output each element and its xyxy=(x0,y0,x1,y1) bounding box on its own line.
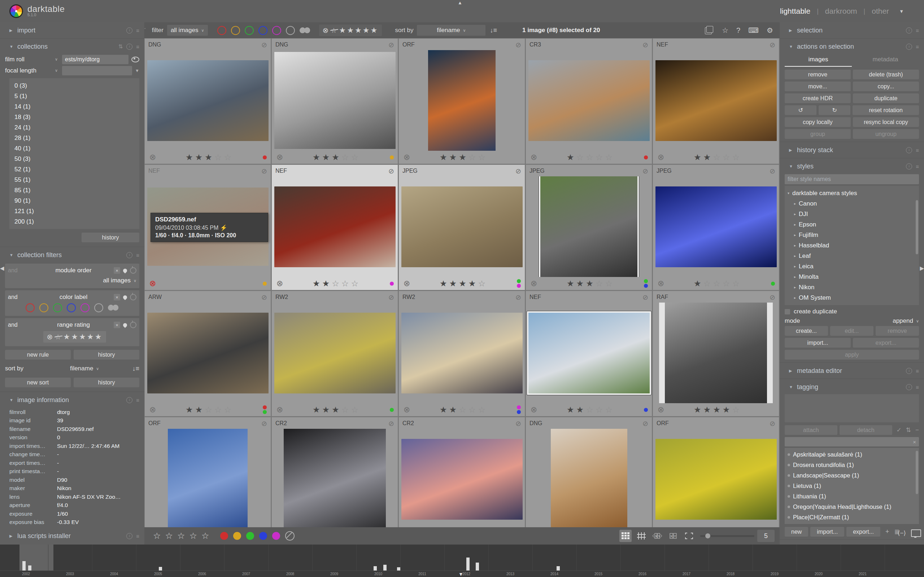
culling-dynamic-icon[interactable]: XY xyxy=(651,530,663,542)
color-label-yellow[interactable] xyxy=(263,282,267,285)
group-icon[interactable]: ⊘ xyxy=(261,419,267,428)
thumbnail-rating[interactable]: ★★☆☆☆ xyxy=(284,279,389,288)
tagging-header[interactable]: ▼ tagging i≡ xyxy=(780,380,924,393)
reject-icon[interactable]: ⊗ xyxy=(657,405,665,414)
new-sort-button[interactable]: new sort xyxy=(5,377,71,387)
thumbnail-rating[interactable]: ★★★☆☆ xyxy=(157,153,262,162)
reject-icon[interactable]: ⊗ xyxy=(402,405,411,414)
color-filter-purple[interactable] xyxy=(272,26,281,35)
filemanager-view-icon[interactable] xyxy=(619,530,632,542)
info-icon[interactable]: i xyxy=(906,163,912,169)
group-icon[interactable]: ⊘ xyxy=(261,167,267,175)
sort-icon[interactable]: ⇅ xyxy=(906,426,911,434)
presets-icon[interactable]: ≡ xyxy=(136,397,139,403)
info-icon[interactable]: i xyxy=(126,397,132,403)
color-label-blue[interactable] xyxy=(644,284,648,288)
focal-length-item[interactable]: 85 (1) xyxy=(15,185,139,195)
filter-scope-dropdown[interactable]: all images ∨ xyxy=(167,25,208,36)
color-label-button-1[interactable] xyxy=(220,532,228,540)
clear-icon[interactable]: × xyxy=(910,439,919,445)
info-icon[interactable]: i xyxy=(906,44,912,50)
color-filter-blue[interactable] xyxy=(258,26,267,35)
thumbnail-rating[interactable]: ★★☆☆☆ xyxy=(157,405,262,415)
thumbnail-4[interactable]: CR3⊘⊗★☆☆☆☆ xyxy=(525,38,652,164)
color-filter-purple[interactable] xyxy=(81,303,89,312)
color-label-blue[interactable] xyxy=(644,408,648,412)
thumbnail-size-slider[interactable] xyxy=(700,535,754,537)
presets-icon[interactable]: ≡ xyxy=(916,163,919,169)
color-label-button-5[interactable] xyxy=(272,532,280,540)
rule-operator[interactable]: and xyxy=(8,294,33,300)
mode-dropdown[interactable]: append ∨ xyxy=(893,318,919,324)
remove-rule-icon[interactable]: × xyxy=(114,294,120,300)
rating-star-5[interactable]: ☆ xyxy=(201,531,209,541)
focal-length-item[interactable]: 24 (1) xyxy=(15,122,139,133)
color-label-green[interactable] xyxy=(390,408,394,412)
thumbnails-per-row-value[interactable]: 5 xyxy=(757,530,775,542)
style-item-Nikon[interactable]: ▸Nikon xyxy=(788,282,916,292)
move--button[interactable]: move... xyxy=(785,82,851,91)
presets-icon[interactable]: ≡ xyxy=(916,27,919,34)
view-tab-darkroom[interactable]: darkroom xyxy=(825,7,857,16)
view-tab-other[interactable]: other xyxy=(872,7,889,16)
style-item-Hasselblad[interactable]: ▸Hasselblad xyxy=(788,240,916,251)
collapse-right-panel-handle[interactable]: ▶ xyxy=(920,265,924,272)
presets-icon[interactable]: ≡ xyxy=(136,27,139,34)
focal-length-item[interactable]: 18 (3) xyxy=(15,112,139,122)
color-label-green[interactable] xyxy=(771,282,775,285)
chevron-down-icon[interactable]: ▼ xyxy=(135,68,139,73)
color-label-red[interactable] xyxy=(644,155,648,160)
thumbnail-2[interactable]: DNG⊘⊗★★★☆☆ xyxy=(271,38,398,164)
color-label-yellow[interactable] xyxy=(390,155,394,160)
info-icon[interactable]: i xyxy=(126,252,132,258)
group-icon[interactable]: ⊘ xyxy=(261,293,267,301)
presets-icon[interactable]: ≡ xyxy=(916,44,919,50)
thumbnail-20[interactable]: ORF⊘⊗ xyxy=(653,417,779,527)
color-filter-red[interactable] xyxy=(217,26,226,35)
group-icon[interactable]: ⊘ xyxy=(643,167,648,175)
thumbnail-rating[interactable]: ★★★★☆ xyxy=(665,405,770,415)
reject-icon[interactable]: ⊗ xyxy=(530,405,538,414)
lua-scripts-header[interactable]: ▶ lua scripts installer i≡ xyxy=(0,527,144,545)
tag-item[interactable]: Apskritalapė saulašarė (1) xyxy=(785,449,919,460)
create-HDR-button[interactable]: create HDR xyxy=(785,93,851,103)
sort-count-icon[interactable]: ⇅ xyxy=(118,43,123,50)
stars[interactable]: ★★★★★ xyxy=(63,332,102,341)
remove-style-button[interactable]: remove xyxy=(876,326,919,336)
group-icon[interactable]: ⊘ xyxy=(515,167,521,175)
history-button[interactable]: history xyxy=(74,377,139,387)
thumbnail-8[interactable]: JPEG⊘⊗★★★★☆ xyxy=(399,164,525,290)
focal-length-item[interactable]: 40 (1) xyxy=(15,143,139,154)
color-label-red[interactable] xyxy=(263,405,267,409)
color-filter-red[interactable] xyxy=(26,303,35,312)
color-filter-green[interactable] xyxy=(245,26,254,35)
new-tag-button[interactable]: new xyxy=(785,527,808,537)
collection-sort-dropdown[interactable]: filename ∨ xyxy=(41,363,128,374)
focal-length-item[interactable]: 52 (1) xyxy=(15,164,139,174)
color-filter-gray[interactable] xyxy=(286,26,295,35)
style-item-Canon[interactable]: ▸Canon xyxy=(788,198,916,209)
reject-icon[interactable]: ⊗ xyxy=(149,279,157,288)
export-style-button[interactable]: export... xyxy=(853,338,919,348)
remove-button[interactable]: remove xyxy=(785,69,851,79)
rating-star-3[interactable]: ☆ xyxy=(177,531,185,541)
group-icon[interactable]: ⊘ xyxy=(388,167,394,175)
zoomable-lighttable-icon[interactable] xyxy=(635,530,648,542)
thumbnail-rating[interactable]: ★★★☆☆ xyxy=(284,405,389,415)
reject-icon[interactable]: ⊗ xyxy=(275,153,284,161)
style-item-Epson[interactable]: ▸Epson xyxy=(788,219,916,230)
style-item-Minolta[interactable]: ▸Minolta xyxy=(788,272,916,282)
thumbnail-3[interactable]: ORF⊘⊗★★★☆☆ xyxy=(399,38,525,164)
sort-field-dropdown[interactable]: filename ∨ xyxy=(417,25,485,36)
rating-star-4[interactable]: ☆ xyxy=(189,531,197,541)
sort-direction-icon[interactable]: ↓≡ xyxy=(490,27,497,34)
import-tag-button[interactable]: import... xyxy=(810,527,844,537)
sort-direction-icon[interactable]: ↓≡ xyxy=(132,365,139,372)
full-preview-icon[interactable] xyxy=(683,530,695,542)
import-style-button[interactable]: import... xyxy=(785,338,851,348)
group-icon[interactable]: ⊘ xyxy=(643,41,648,49)
color-filter-green[interactable] xyxy=(53,303,62,312)
tag-entry-area[interactable] xyxy=(785,394,919,422)
focus-peaking-icon[interactable]: ⟨−⟩ xyxy=(898,529,906,537)
collection-rule-value[interactable] xyxy=(62,66,132,76)
